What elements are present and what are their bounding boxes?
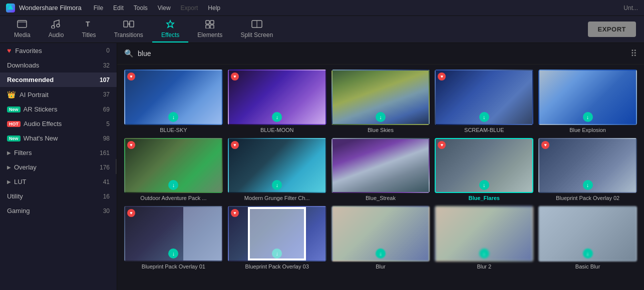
- sidebar-recommended-label: Recommended: [7, 76, 54, 84]
- sidebar-downloads-label: Downloads: [7, 62, 39, 69]
- effect-card-blue-explosion[interactable]: ↓Blue Explosion: [538, 70, 637, 133]
- effect-thumb-blue-flares: ♥↓: [435, 138, 533, 194]
- svg-rect-8: [206, 20, 209, 24]
- fav-badge-blue-flares: ♥: [438, 141, 446, 149]
- sidebar-item-ai-portrait[interactable]: 👑 AI Portrait 37: [0, 87, 117, 102]
- effect-card-blueprint03[interactable]: ♥↓Blueprint Pack Overlay 03: [228, 206, 327, 270]
- menu-help[interactable]: Help: [204, 4, 224, 12]
- sidebar-item-gaming[interactable]: Gaming 30: [0, 204, 117, 218]
- menu-export[interactable]: Export: [177, 4, 202, 12]
- sidebar-item-whats-new[interactable]: New What's New 98: [0, 131, 117, 146]
- effect-card-blueprint01[interactable]: ♥↓Blueprint Pack Overlay 01: [124, 206, 223, 270]
- menu-edit[interactable]: Edit: [109, 4, 128, 12]
- sidebar-overlay-label: Overlay: [14, 164, 37, 171]
- effect-card-basic-blur[interactable]: ↓Basic Blur: [538, 206, 637, 270]
- svg-marker-7: [167, 20, 174, 28]
- effect-label-blue-streak: Blue_Streak: [332, 195, 430, 201]
- elements-icon: [205, 20, 215, 30]
- titlebar-right: Unt...: [623, 4, 638, 12]
- sidebar-collapse-btn[interactable]: ◀: [116, 159, 117, 174]
- effects-content: 🔍 ⠿ ♥↓BLUE-SKY♥↓BLUE-MOON↓Blue Skies♥↓SC…: [117, 43, 644, 290]
- menu-tools[interactable]: Tools: [130, 4, 152, 12]
- effect-label-blur: Blur: [332, 264, 430, 270]
- effect-thumb-blur: ↓: [332, 206, 430, 262]
- effect-thumb-modern-grunge: ♥↓: [228, 138, 327, 194]
- sidebar-item-ar-stickers[interactable]: New AR Stickers 69: [0, 102, 117, 116]
- sidebar-item-utility[interactable]: Utility 16: [0, 189, 117, 204]
- toolbar-titles[interactable]: T Titles: [73, 16, 105, 42]
- effect-card-blue-sky[interactable]: ♥↓BLUE-SKY: [124, 70, 223, 133]
- download-badge-modern-grunge: ↓: [272, 180, 282, 190]
- toolbar-elements[interactable]: Elements: [188, 16, 231, 42]
- effect-card-blue-skies[interactable]: ↓Blue Skies: [332, 70, 430, 133]
- toolbar-audio[interactable]: Audio: [40, 16, 73, 42]
- sidebar-item-favorites[interactable]: ♥ Favorites 0: [0, 43, 117, 58]
- svg-rect-9: [210, 20, 214, 24]
- sidebar-item-audio-effects[interactable]: HOT Audio Effects 5: [0, 116, 117, 131]
- effect-card-blue-moon[interactable]: ♥↓BLUE-MOON: [228, 70, 327, 133]
- sidebar-item-recommended[interactable]: Recommended 107: [0, 72, 117, 87]
- effect-thumb-blue-sky: ♥↓: [124, 70, 223, 125]
- download-badge-blur2: ↓: [479, 248, 489, 258]
- svg-point-3: [57, 24, 60, 27]
- download-badge-blue-moon: ↓: [272, 112, 282, 122]
- sidebar-lut-count: 41: [103, 178, 110, 186]
- menu-file[interactable]: File: [90, 4, 107, 12]
- export-button[interactable]: EXPORT: [588, 22, 636, 37]
- effect-thumb-blueprint01: ♥↓: [124, 206, 223, 262]
- download-badge-basic-blur: ↓: [583, 248, 593, 258]
- effect-label-blue-flares: Blue_Flares: [435, 195, 533, 201]
- sidebar-item-lut[interactable]: ▶ LUT 41: [0, 174, 117, 189]
- titles-icon: T: [84, 20, 94, 30]
- effect-label-blue-skies: Blue Skies: [332, 127, 430, 133]
- app-logo: [6, 4, 15, 12]
- toolbar-splitscreen[interactable]: Split Screen: [231, 16, 282, 42]
- effect-card-scream-blue[interactable]: ♥↓SCREAM-BLUE: [435, 70, 533, 133]
- effect-label-scream-blue: SCREAM-BLUE: [435, 127, 533, 133]
- splitscreen-label: Split Screen: [240, 32, 273, 38]
- effect-card-blue-flares[interactable]: ♥↓Blue_Flares: [435, 138, 533, 202]
- menu-view[interactable]: View: [154, 4, 175, 12]
- main-toolbar: Media Audio T Titles Transitions Effects: [0, 16, 644, 43]
- effect-card-blur2[interactable]: ↓Blur 2: [435, 206, 533, 270]
- effect-label-blueprint03: Blueprint Pack Overlay 03: [228, 264, 327, 270]
- sidebar-favorites-count: 0: [106, 47, 110, 54]
- sidebar-item-downloads[interactable]: Downloads 32: [0, 58, 117, 72]
- search-icon: 🔍: [124, 49, 134, 58]
- arrow-icon-lut: ▶: [7, 179, 11, 184]
- sidebar-utility-count: 16: [103, 193, 110, 200]
- sidebar-recommended-count: 107: [100, 76, 110, 84]
- effect-card-blueprint02[interactable]: ♥↓Blueprint Pack Overlay 02: [538, 138, 637, 202]
- svg-point-2: [52, 26, 55, 28]
- fav-badge-blueprint02: ♥: [541, 141, 549, 149]
- fav-badge-modern-grunge: ♥: [231, 141, 239, 149]
- effect-card-modern-grunge[interactable]: ♥↓Modern Grunge Filter Ch...: [228, 138, 327, 202]
- fav-badge-outdoor: ♥: [127, 141, 135, 149]
- sidebar-lut-label: LUT: [14, 178, 27, 186]
- audio-icon: [51, 20, 61, 30]
- sidebar-gaming-label: Gaming: [7, 207, 30, 214]
- titles-label: Titles: [82, 32, 96, 38]
- download-badge-outdoor: ↓: [168, 180, 178, 190]
- toolbar-effects[interactable]: Effects: [152, 16, 188, 42]
- effect-card-blue-streak[interactable]: Blue_Streak: [332, 138, 430, 202]
- fav-badge-blueprint01: ♥: [127, 209, 135, 217]
- transitions-label: Transitions: [114, 32, 143, 38]
- hot-tag: HOT: [7, 121, 21, 127]
- transitions-icon: [123, 20, 134, 30]
- svg-text:T: T: [86, 20, 90, 28]
- svg-rect-1: [18, 20, 27, 28]
- menu-bar: File Edit Tools View Export Help: [90, 4, 224, 12]
- toolbar-media[interactable]: Media: [5, 16, 40, 42]
- sidebar: ♥ Favorites 0 Downloads 32 Recommended 1…: [0, 43, 117, 290]
- grid-view-icon[interactable]: ⠿: [630, 48, 637, 59]
- sidebar-ai-portrait-count: 37: [103, 91, 110, 98]
- effect-card-outdoor[interactable]: ♥↓Outdoor Adventure Pack ...: [124, 138, 223, 202]
- toolbar-transitions[interactable]: Transitions: [105, 16, 152, 42]
- fav-badge-blue-moon: ♥: [231, 72, 239, 80]
- sidebar-item-overlay[interactable]: ▶ Overlay 176: [0, 160, 117, 174]
- effect-card-blur[interactable]: ↓Blur: [332, 206, 430, 270]
- search-input[interactable]: [138, 50, 626, 58]
- sidebar-item-filters[interactable]: ▶ Filters 161: [0, 146, 117, 160]
- media-label: Media: [14, 32, 31, 38]
